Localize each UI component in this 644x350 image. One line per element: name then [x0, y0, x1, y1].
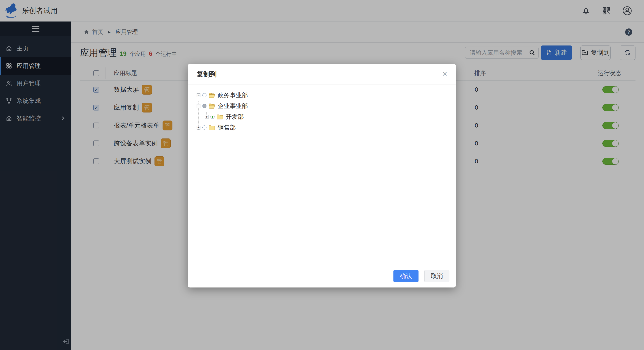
copy-to-modal: 复制到 × − 政务事业部 −	[188, 64, 456, 287]
tree-node: − 政务事业部	[196, 91, 248, 99]
tree-collapse-icon[interactable]: −	[196, 104, 200, 108]
folder-closed-icon	[208, 125, 215, 130]
modal-header: 复制到 ×	[188, 64, 456, 85]
tree-node: + 开发部	[205, 113, 244, 121]
tree-radio[interactable]	[202, 93, 206, 97]
department-tree: − 政务事业部 − 企	[188, 85, 456, 265]
tree-node-label[interactable]: 销售部	[218, 124, 236, 132]
folder-closed-icon	[216, 114, 223, 119]
tree-expand-icon[interactable]: +	[196, 126, 200, 130]
tree-node-label[interactable]: 开发部	[226, 113, 244, 121]
tree-node: − 企业事业部	[196, 102, 248, 110]
tree-collapse-icon[interactable]: −	[196, 93, 200, 97]
tree-radio-selected[interactable]	[210, 115, 214, 119]
app-window: 乐创者试用	[0, 0, 644, 350]
folder-open-icon	[208, 103, 215, 109]
cancel-button[interactable]: 取消	[424, 270, 450, 282]
tree-node-label[interactable]: 企业事业部	[218, 102, 248, 110]
tree-expand-icon[interactable]: +	[205, 115, 208, 119]
confirm-button[interactable]: 确认	[394, 270, 418, 282]
folder-open-icon	[208, 93, 215, 98]
tree-node-label[interactable]: 政务事业部	[218, 91, 248, 99]
tree-radio[interactable]	[202, 126, 206, 130]
modal-title: 复制到	[196, 64, 217, 85]
close-icon[interactable]: ×	[442, 64, 448, 85]
tree-node: + 销售部	[196, 124, 236, 132]
tree-radio-partial[interactable]	[202, 104, 206, 108]
